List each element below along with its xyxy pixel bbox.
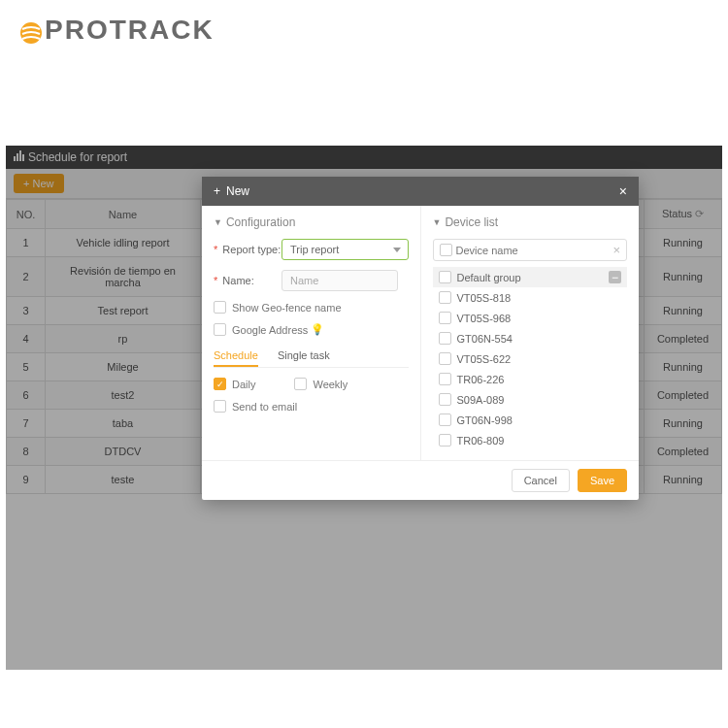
configuration-panel: ▼Configuration * Report type: Trip repor…	[202, 206, 421, 460]
bulb-icon: 💡	[311, 323, 324, 336]
config-heading: ▼Configuration	[214, 215, 409, 229]
name-input[interactable]: Name	[281, 270, 398, 291]
clear-icon[interactable]: ×	[612, 243, 620, 257]
logo-icon	[19, 20, 43, 44]
checkbox-icon	[214, 301, 226, 314]
checkbox-icon	[439, 312, 451, 324]
checkbox-icon	[439, 414, 451, 426]
checkbox-icon	[439, 291, 451, 304]
device-search-input[interactable]	[456, 245, 613, 256]
close-icon[interactable]: ×	[619, 183, 627, 199]
checkbox-icon	[439, 332, 451, 345]
new-report-modal: +New × ▼Configuration * Report type: Tri…	[202, 177, 639, 500]
brand-logo: PROTRACK	[19, 15, 215, 46]
daily-checkbox[interactable]: ✓ Daily	[214, 378, 255, 390]
device-item[interactable]: S09A-089	[433, 389, 628, 410]
report-type-select[interactable]: Trip report	[281, 239, 409, 260]
device-item[interactable]: GT06N-554	[433, 328, 628, 348]
checkbox-icon	[439, 271, 451, 283]
device-search[interactable]: ×	[433, 239, 628, 261]
google-address-checkbox[interactable]: Google Address 💡	[214, 323, 409, 336]
name-label: * Name:	[214, 275, 281, 286]
checkbox-icon	[294, 378, 307, 390]
modal-title: New	[226, 184, 249, 198]
chevron-down-icon: ▼	[433, 217, 442, 227]
checkbox-icon	[439, 373, 451, 385]
modal-footer: Cancel Save	[202, 460, 639, 500]
plus-icon: +	[214, 184, 220, 198]
checkbox-checked-icon: ✓	[214, 378, 226, 390]
checkbox-icon	[439, 393, 451, 406]
show-geofence-checkbox[interactable]: Show Geo-fence name	[214, 301, 409, 314]
checkbox-icon	[439, 352, 451, 365]
report-type-label: * Report type:	[214, 244, 281, 255]
tab-schedule[interactable]: Schedule	[214, 346, 258, 367]
weekly-checkbox[interactable]: Weekly	[294, 378, 347, 390]
device-item[interactable]: VT05S-622	[433, 348, 628, 369]
device-list-panel: ▼Device list × Default group − VT05S-818…	[421, 206, 640, 460]
modal-header: +New ×	[202, 177, 639, 206]
device-group-row[interactable]: Default group −	[433, 267, 628, 287]
checkbox-icon	[214, 323, 226, 336]
brand-text: PROTRACK	[45, 15, 215, 45]
device-heading: ▼Device list	[433, 215, 628, 229]
device-item[interactable]: VT05S-968	[433, 308, 628, 328]
collapse-icon[interactable]: −	[609, 271, 621, 283]
save-button[interactable]: Save	[578, 469, 627, 492]
cancel-button[interactable]: Cancel	[512, 469, 570, 492]
checkbox-icon	[439, 434, 451, 447]
device-item[interactable]: VT05S-818	[433, 287, 628, 308]
device-item[interactable]: TR06-809	[433, 430, 628, 450]
schedule-tabs: Schedule Single task	[214, 346, 409, 368]
tab-single-task[interactable]: Single task	[278, 346, 330, 367]
checkbox-icon	[214, 400, 226, 413]
device-item[interactable]: TR06-226	[433, 369, 628, 389]
send-email-checkbox[interactable]: Send to email	[214, 400, 409, 413]
device-item[interactable]: GT06N-998	[433, 410, 628, 430]
checkbox-icon	[440, 244, 452, 256]
chevron-down-icon: ▼	[214, 217, 222, 227]
